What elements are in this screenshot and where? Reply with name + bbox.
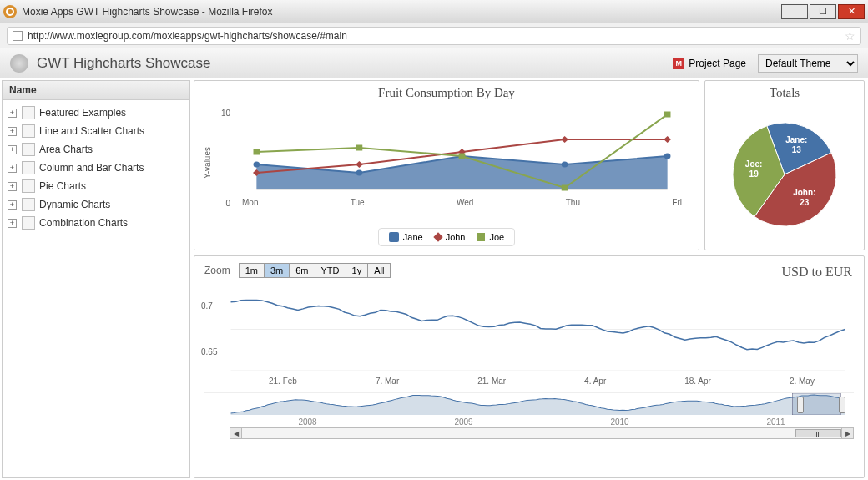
scroll-thumb[interactable]: ||| — [795, 429, 841, 437]
maximize-button[interactable]: ☐ — [810, 4, 836, 19]
sidebar-item-combination[interactable]: + Combination Charts — [3, 214, 189, 232]
stock-navigator[interactable]: 2008200920102011 — [204, 392, 854, 426]
sidebar-header: Name — [3, 81, 189, 100]
pie-chart-svg[interactable]: Jane:13John:23Joe:19 — [714, 104, 855, 237]
area-chart-icon — [22, 143, 35, 156]
star-icon — [22, 106, 35, 119]
url-input[interactable] — [28, 30, 845, 42]
y-tick: 0 — [225, 199, 230, 208]
navigator-handle-left[interactable] — [797, 397, 804, 413]
zoom-button-YTD[interactable]: YTD — [315, 264, 346, 277]
x-tick: Wed — [457, 198, 473, 207]
navigator-handle-right[interactable] — [839, 397, 845, 413]
svg-point-2 — [356, 170, 363, 176]
svg-point-5 — [664, 154, 671, 159]
window-titlebar: Moxie Apps GWT Highcharts Showcase - Moz… — [0, 0, 868, 23]
app-logo-icon — [10, 54, 28, 73]
zoom-label: Zoom — [204, 265, 230, 276]
url-bar[interactable]: ☆ — [7, 27, 861, 45]
bar-chart-icon — [22, 161, 35, 174]
fruit-chart-panel: Fruit Consumption By Day Y-values 10 0 M… — [194, 80, 699, 250]
x-tick: Mon — [242, 198, 258, 207]
expand-icon[interactable]: + — [8, 182, 17, 191]
svg-point-4 — [562, 162, 568, 168]
zoom-controls: Zoom 1m3m6mYTD1yAll — [204, 263, 854, 278]
sidebar-item-label: Combination Charts — [39, 217, 128, 229]
svg-rect-8 — [459, 154, 466, 159]
stock-x-ticks: 21. Feb7. Mar21. Mar4. Apr18. Apr2. May — [204, 376, 854, 386]
fruit-chart-title: Fruit Consumption By Day — [203, 86, 690, 100]
zoom-button-All[interactable]: All — [368, 264, 390, 277]
x-tick: Thu — [566, 198, 580, 207]
stock-x-tick: 21. Mar — [477, 376, 506, 386]
navigator-scrollbar[interactable]: ◀ ||| ▶ — [230, 427, 854, 439]
sidebar-item-column-bar[interactable]: + Column and Bar Charts — [3, 159, 189, 177]
sidebar-item-dynamic[interactable]: + Dynamic Charts — [3, 195, 189, 214]
fruit-chart-plot[interactable]: MonTueWedThuFri — [234, 102, 690, 225]
stock-x-tick: 21. Feb — [269, 376, 297, 386]
nav-year-tick: 2010 — [610, 417, 628, 427]
svg-text:Joe:: Joe: — [745, 159, 763, 169]
project-page-link[interactable]: M Project Page — [673, 58, 746, 69]
sidebar-item-area[interactable]: + Area Charts — [3, 140, 189, 159]
line-chart-icon — [22, 124, 35, 138]
app-title: GWT Highcharts Showcase — [37, 55, 673, 72]
zoom-button-1m[interactable]: 1m — [240, 264, 265, 277]
legend-item-joe[interactable]: Joe — [477, 232, 504, 242]
totals-pie-panel: Totals Jane:13John:23Joe:19 — [704, 80, 865, 250]
expand-icon[interactable]: + — [8, 164, 17, 173]
sidebar-item-label: Line and Scatter Charts — [39, 125, 144, 137]
stock-chart-title: USD to EUR — [782, 265, 852, 280]
sidebar-item-label: Dynamic Charts — [39, 199, 110, 210]
expand-icon[interactable]: + — [8, 145, 17, 154]
sidebar-item-line-scatter[interactable]: + Line and Scatter Charts — [3, 122, 189, 140]
firefox-icon — [3, 5, 17, 18]
nav-year-tick: 2011 — [766, 417, 785, 427]
bookmark-star-icon[interactable]: ☆ — [845, 29, 855, 43]
sidebar-item-pie[interactable]: + Pie Charts — [3, 177, 189, 195]
window-title: Moxie Apps GWT Highcharts Showcase - Moz… — [22, 6, 780, 18]
svg-text:Jane:: Jane: — [785, 135, 807, 144]
fruit-chart-legend: JaneJohnJoe — [378, 228, 515, 246]
legend-item-john[interactable]: John — [435, 232, 466, 242]
stock-x-tick: 7. Mar — [376, 376, 399, 386]
top-row: Fruit Consumption By Day Y-values 10 0 M… — [194, 80, 865, 250]
svg-rect-6 — [254, 149, 260, 155]
svg-rect-9 — [562, 185, 568, 191]
content-area: Fruit Consumption By Day Y-values 10 0 M… — [192, 78, 868, 480]
sidebar-tree: + Featured Examples + Line and Scatter C… — [3, 100, 189, 235]
minimize-button[interactable]: — — [781, 4, 808, 19]
svg-rect-10 — [664, 112, 671, 118]
y-axis-label: Y-values — [203, 102, 212, 225]
expand-icon[interactable]: + — [8, 219, 17, 228]
y-tick: 10 — [221, 109, 230, 118]
scroll-right-arrow[interactable]: ▶ — [841, 428, 853, 438]
expand-icon[interactable]: + — [8, 109, 17, 118]
sidebar-item-featured[interactable]: + Featured Examples — [3, 104, 189, 122]
stock-x-tick: 2. May — [790, 376, 815, 386]
stock-chart-plot[interactable]: 0.70.65 — [204, 283, 854, 375]
sidebar: Name + Featured Examples + Line and Scat… — [2, 80, 190, 478]
main-area: Name + Featured Examples + Line and Scat… — [0, 78, 868, 480]
scroll-left-arrow[interactable]: ◀ — [230, 428, 242, 438]
nav-year-tick: 2008 — [298, 417, 316, 427]
expand-icon[interactable]: + — [8, 127, 17, 136]
zoom-button-6m[interactable]: 6m — [290, 264, 315, 277]
stock-x-tick: 4. Apr — [584, 376, 606, 386]
stock-x-tick: 18. Apr — [684, 376, 711, 386]
zoom-button-group: 1m3m6mYTD1yAll — [239, 263, 391, 278]
scroll-track[interactable]: ||| — [242, 428, 841, 438]
close-button[interactable]: ✕ — [838, 4, 865, 19]
fruit-chart-body: Y-values 10 0 MonTueWedThuFri — [203, 102, 690, 225]
zoom-button-3m[interactable]: 3m — [265, 264, 290, 277]
project-page-label: Project Page — [689, 58, 746, 69]
zoom-button-1y[interactable]: 1y — [346, 264, 369, 277]
legend-item-jane[interactable]: Jane — [389, 232, 423, 242]
sidebar-item-label: Featured Examples — [39, 107, 126, 119]
y-axis-ticks: 10 0 — [212, 102, 234, 225]
theme-select[interactable]: Default Theme — [758, 54, 858, 73]
stock-y-tick: 0.7 — [201, 301, 217, 311]
app-header: GWT Highcharts Showcase M Project Page D… — [0, 48, 868, 78]
expand-icon[interactable]: + — [8, 200, 17, 210]
svg-text:13: 13 — [792, 145, 802, 154]
